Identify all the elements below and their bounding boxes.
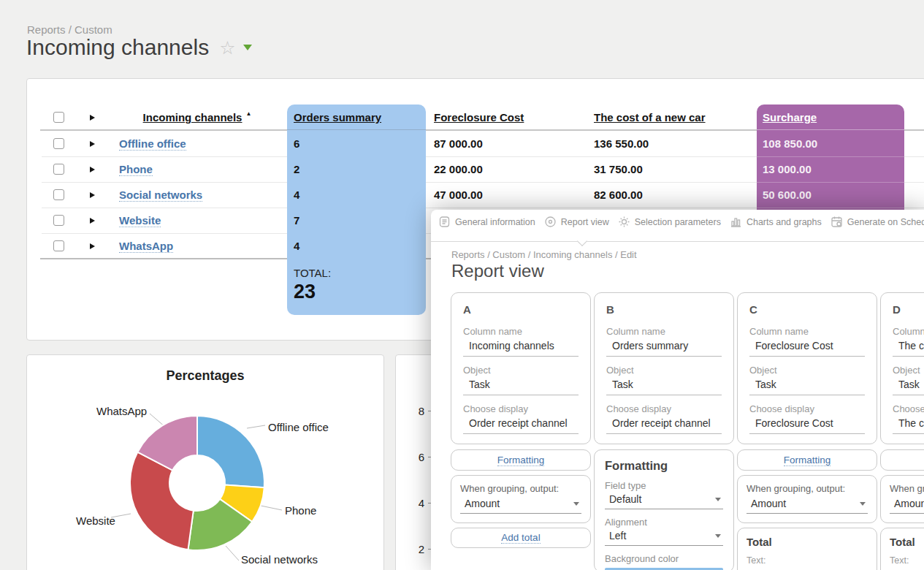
y-axis-tick: 8: [396, 405, 424, 417]
cell-orders: 4: [287, 182, 426, 208]
column-header-surcharge[interactable]: Surcharge: [763, 111, 817, 123]
title-dropdown-caret-icon[interactable]: [243, 45, 252, 50]
column-header-orders-summary[interactable]: Orders summary: [294, 111, 381, 123]
grouping-select[interactable]: Amount: [460, 498, 581, 514]
tab-report-view[interactable]: Report view: [544, 216, 609, 228]
page-title: Incoming channels: [26, 35, 209, 60]
chevron-down-icon: [715, 534, 721, 538]
card-letter: C: [749, 303, 865, 316]
tab-label: Charts and graphs: [747, 217, 822, 227]
field-type-select[interactable]: Default: [605, 493, 723, 509]
tab-general-information[interactable]: General information: [438, 216, 535, 228]
column-card-d: D Column name The cost of a new car Obje…: [880, 292, 924, 444]
callout-line: [247, 425, 265, 428]
tabs-divider: [431, 241, 924, 242]
row-link[interactable]: Offline office: [119, 137, 186, 151]
tab-label: General information: [455, 217, 535, 227]
table-row: Offline office 6 87 000.00 136 550.00 10…: [27, 131, 924, 156]
grouping-select[interactable]: Amount: [747, 498, 868, 514]
pie-label: Social networks: [241, 553, 318, 566]
options-col-c: Formatting When grouping, output: Amount…: [737, 449, 877, 570]
card-letter: B: [606, 303, 722, 316]
row-checkbox[interactable]: [53, 240, 64, 251]
display-field[interactable]: The cost of a new car: [893, 416, 924, 434]
column-name-field[interactable]: Orders summary: [606, 338, 722, 357]
panel-tabs: General information Report view Selectio…: [438, 216, 924, 228]
add-total-link[interactable]: Add total: [501, 532, 540, 544]
grouping-select[interactable]: Amount: [890, 498, 924, 514]
active-tab-notch: [577, 236, 587, 246]
total-label: TOTAL:: [294, 267, 331, 279]
object-field[interactable]: Task: [606, 377, 722, 395]
column-name-field[interactable]: The cost of a new car: [893, 338, 924, 357]
column-card-a: A Column name Incoming channels Object T…: [451, 292, 591, 444]
pie-label: WhatsApp: [96, 405, 147, 417]
expand-all-arrow-icon[interactable]: [90, 115, 95, 121]
callout-line: [261, 506, 282, 510]
grouping-card: When grouping, output: Amount: [737, 475, 877, 523]
donut-chart: [27, 355, 385, 570]
column-name-field[interactable]: Incoming channels: [463, 338, 579, 357]
column-header-foreclosure-cost[interactable]: Foreclosure Cost: [434, 111, 524, 123]
card-letter: D: [893, 303, 924, 316]
cell-surcharge: 108 850.00: [757, 131, 904, 156]
row-link[interactable]: Website: [119, 214, 161, 227]
panel-breadcrumb[interactable]: Reports / Custom / Incoming channels / E…: [451, 249, 637, 260]
calendar-icon: [831, 216, 843, 228]
report-edit-panel: General information Report view Selectio…: [431, 210, 924, 570]
chevron-down-icon: [715, 498, 721, 501]
tab-generate-on-schedule[interactable]: Generate on Sched: [831, 216, 924, 228]
row-link[interactable]: WhatsApp: [119, 240, 173, 253]
tab-label: Selection parameters: [635, 217, 721, 227]
pie-label: Offline office: [268, 421, 329, 433]
report-view-icon: [544, 216, 557, 228]
options-col-b: Formatting Field type Default Alignment …: [594, 449, 734, 570]
formatting-link[interactable]: Formatting: [784, 455, 831, 466]
display-field[interactable]: Order receipt channel: [463, 416, 579, 434]
select-all-checkbox[interactable]: [53, 112, 64, 123]
cell-orders: 4: [287, 233, 426, 259]
tab-label: Report view: [561, 217, 609, 227]
object-field[interactable]: Task: [463, 377, 579, 395]
tab-selection-parameters[interactable]: Selection parameters: [618, 216, 721, 228]
row-checkbox[interactable]: [53, 189, 64, 200]
column-header-incoming-channels[interactable]: Incoming channels: [143, 111, 243, 123]
breadcrumb[interactable]: Reports / Custom: [27, 23, 112, 36]
row-checkbox[interactable]: [53, 164, 64, 175]
cell-foreclosure: 47 000.00: [426, 182, 594, 208]
tab-label: Generate on Sched: [847, 217, 924, 227]
table-header-row: Incoming channels▲ Orders summary Forecl…: [27, 105, 924, 129]
column-name-field[interactable]: Foreclosure Cost: [749, 338, 865, 357]
column-card-c: C Column name Foreclosure Cost Object Ta…: [737, 292, 877, 444]
total-card: Total Text: TOTAL:: [880, 528, 924, 570]
grouping-card: When grouping, output: Amount: [451, 475, 591, 523]
expand-row-arrow-icon[interactable]: [90, 141, 95, 147]
alignment-select[interactable]: Left: [605, 530, 723, 546]
object-field[interactable]: Task: [893, 377, 924, 395]
tab-charts-and-graphs[interactable]: Charts and graphs: [730, 216, 822, 228]
row-checkbox[interactable]: [53, 215, 64, 226]
column-card-b: B Column name Orders summary Object Task…: [594, 292, 734, 444]
cell-foreclosure: 87 000.00: [426, 131, 594, 156]
callout-line: [226, 546, 239, 560]
row-link[interactable]: Phone: [119, 163, 153, 176]
expand-row-arrow-icon[interactable]: [90, 243, 95, 249]
row-link[interactable]: Social networks: [119, 189, 202, 202]
display-field[interactable]: Order receipt channel: [606, 416, 722, 434]
display-field[interactable]: Foreclosure Cost: [749, 416, 865, 434]
expand-row-arrow-icon[interactable]: [90, 192, 95, 198]
column-header-new-car-cost[interactable]: The cost of a new car: [594, 111, 706, 123]
object-field[interactable]: Task: [749, 377, 865, 395]
favorite-star-icon[interactable]: ☆: [219, 37, 235, 58]
pie-label: Website: [76, 514, 115, 527]
cell-foreclosure: 22 000.00: [426, 156, 594, 182]
donut-slice-website[interactable]: [130, 452, 194, 550]
expand-row-arrow-icon[interactable]: [90, 167, 95, 172]
donut-slice-offline-office[interactable]: [197, 416, 264, 487]
row-checkbox[interactable]: [53, 138, 64, 149]
cell-surcharge: 50 600.00: [757, 182, 904, 208]
expand-row-arrow-icon[interactable]: [90, 218, 95, 224]
formatting-link[interactable]: Formatting: [497, 455, 545, 466]
cell-new-car: 31 750.00: [594, 156, 757, 182]
column-cards: A Column name Incoming channels Object T…: [451, 292, 924, 444]
